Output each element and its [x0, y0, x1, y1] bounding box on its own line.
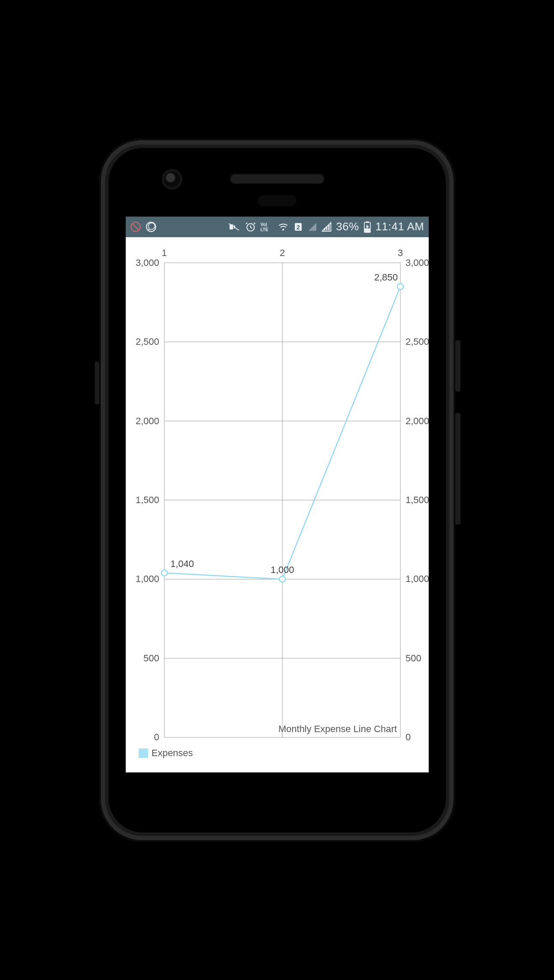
y-tick-left: 0 — [154, 732, 159, 742]
y-tick-right: 2,000 — [406, 415, 429, 426]
svg-point-2 — [146, 222, 156, 232]
chart-area[interactable]: 005005001,0001,0001,5001,5002,0002,0002,… — [126, 237, 429, 772]
chart-description: Monthly Expense Line Chart — [278, 724, 397, 734]
side-button[interactable] — [95, 362, 99, 404]
y-tick-left: 1,500 — [135, 495, 159, 505]
legend-swatch — [139, 748, 148, 758]
clock: 11:41 AM — [375, 220, 424, 233]
x-tick: 1 — [161, 247, 167, 258]
svg-rect-14 — [366, 221, 369, 222]
svg-rect-10 — [324, 228, 325, 230]
svg-text:Vo): Vo) — [260, 222, 267, 227]
y-tick-right: 2,500 — [406, 336, 429, 347]
svg-rect-15 — [364, 228, 370, 232]
status-bar: Vo)LTE 2 36% — [126, 217, 429, 237]
data-point[interactable] — [397, 283, 403, 289]
data-point[interactable] — [161, 570, 167, 576]
vibrate-icon — [228, 221, 241, 232]
wifi-icon — [278, 221, 289, 232]
volume-button[interactable] — [455, 413, 460, 525]
battery-percent: 36% — [336, 220, 359, 233]
data-label: 2,850 — [374, 272, 397, 283]
phone-top-hardware — [109, 148, 446, 212]
alarm-icon — [245, 221, 256, 232]
y-tick-right: 1,500 — [406, 495, 429, 505]
legend-label: Expenses — [151, 748, 193, 758]
earpiece-speaker — [230, 174, 324, 184]
svg-text:LTE: LTE — [260, 227, 268, 232]
phone-bezel: Vo)LTE 2 36% — [109, 148, 446, 832]
x-tick: 2 — [279, 247, 285, 258]
sim2-icon: 2 — [293, 221, 303, 232]
proximity-sensor — [258, 195, 297, 206]
svg-point-7 — [282, 229, 284, 230]
y-tick-right: 0 — [406, 732, 411, 742]
x-tick: 3 — [397, 247, 403, 258]
y-tick-right: 1,000 — [406, 573, 429, 584]
y-tick-left: 3,000 — [135, 257, 159, 268]
y-tick-left: 1,000 — [135, 573, 159, 584]
power-button[interactable] — [455, 340, 460, 392]
no-sim-icon — [130, 221, 141, 232]
svg-rect-11 — [326, 226, 327, 230]
data-label: 1,000 — [270, 564, 294, 575]
y-tick-right: 3,000 — [406, 257, 429, 268]
data-point[interactable] — [279, 576, 285, 582]
signal2-icon — [321, 222, 332, 232]
svg-line-1 — [133, 224, 138, 229]
y-tick-left: 500 — [143, 652, 159, 663]
y-tick-left: 2,500 — [135, 336, 159, 347]
whatsapp-icon — [145, 221, 157, 232]
svg-rect-12 — [328, 224, 330, 230]
signal1-icon — [308, 222, 317, 232]
svg-text:2: 2 — [297, 224, 300, 231]
battery-charging-icon — [363, 221, 371, 233]
line-chart[interactable]: 005005001,0001,0001,5001,5002,0002,0002,… — [126, 237, 429, 772]
front-camera — [164, 172, 180, 187]
volte-icon: Vo)LTE — [260, 221, 273, 232]
y-tick-right: 500 — [406, 652, 421, 663]
phone-frame: Vo)LTE 2 36% — [99, 139, 455, 842]
data-label: 1,040 — [170, 558, 194, 569]
y-tick-left: 2,000 — [135, 415, 159, 426]
screen: Vo)LTE 2 36% — [126, 217, 429, 772]
